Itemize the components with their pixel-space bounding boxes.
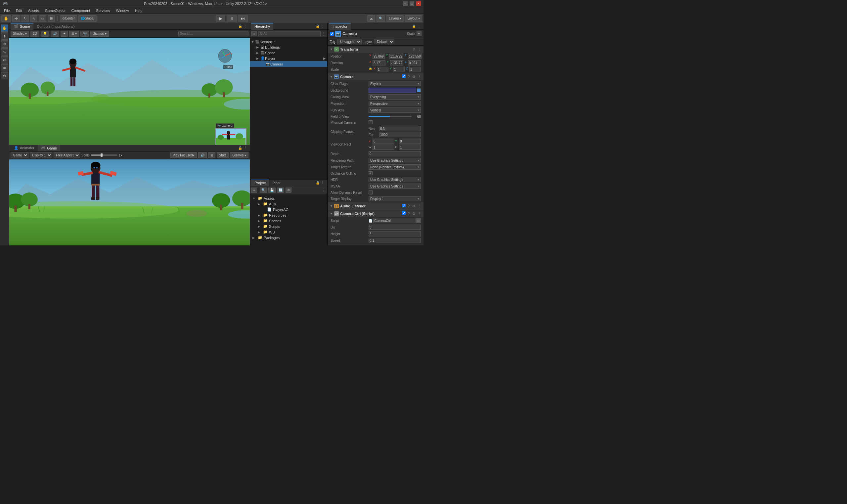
tab-project[interactable]: Project bbox=[251, 180, 269, 186]
tag-select[interactable]: Untagged bbox=[337, 39, 361, 44]
search-button[interactable]: 🔍 bbox=[376, 15, 385, 22]
play-focused-btn[interactable]: Play Focused ▾ bbox=[171, 152, 197, 158]
fov-axis-dropdown[interactable]: Vertical bbox=[369, 107, 421, 113]
camera-settings[interactable]: 📷 bbox=[81, 31, 89, 37]
menu-window[interactable]: Window bbox=[113, 8, 132, 13]
scale-z[interactable]: 1 bbox=[409, 67, 421, 72]
occlusion-checkbox[interactable]: ✓ bbox=[369, 171, 373, 175]
maximize-on-play[interactable]: ⊞ bbox=[208, 152, 215, 158]
game-options-icon[interactable]: ⋮ bbox=[244, 146, 247, 150]
project-packages[interactable]: ▶ 📁 Packages bbox=[251, 235, 326, 240]
step-button[interactable]: ⏭ bbox=[238, 15, 248, 22]
camera-help-btn[interactable]: ? bbox=[406, 74, 411, 79]
tool-rect[interactable]: ▭ bbox=[1, 56, 8, 64]
project-save-btn[interactable]: 💾 bbox=[268, 187, 276, 193]
object-active-checkbox[interactable] bbox=[330, 32, 334, 36]
tab-game[interactable]: 🎮 Game bbox=[38, 145, 60, 151]
toolbar-rect-tool[interactable]: ▭ bbox=[39, 15, 46, 22]
play-button[interactable]: ▶ bbox=[216, 15, 225, 22]
audio-listener-settings-btn[interactable]: ⚙ bbox=[411, 204, 416, 208]
scale-slider[interactable] bbox=[91, 155, 118, 156]
projection-dropdown[interactable]: Perspective bbox=[369, 101, 421, 106]
audio-listener-enabled[interactable] bbox=[402, 204, 406, 208]
camera-header[interactable]: ▼ 📷 Camera ? ⚙ ⋮ bbox=[328, 73, 423, 80]
toolbar-scale-tool[interactable]: ⤡ bbox=[30, 15, 37, 22]
height-value[interactable]: 3 bbox=[369, 231, 421, 236]
options-icon[interactable]: ⋮ bbox=[244, 24, 247, 29]
vp-x[interactable]: 0 bbox=[373, 139, 394, 144]
project-add-btn[interactable]: + bbox=[251, 187, 257, 193]
project-close-btn[interactable]: ✕ bbox=[285, 187, 292, 193]
tool-custom1[interactable]: ⊕ bbox=[1, 64, 8, 71]
hierarchy-item-buildings[interactable]: ▶ 🏛 Buildings bbox=[250, 44, 327, 50]
layer-select[interactable]: Default bbox=[374, 39, 394, 44]
stats-btn[interactable]: Stats bbox=[217, 152, 229, 158]
toolbar-rotate-tool[interactable]: ↻ bbox=[21, 15, 29, 22]
tab-scene[interactable]: 🎬 Scene bbox=[11, 23, 33, 30]
scale-x[interactable]: 1 bbox=[377, 67, 388, 72]
close-button[interactable]: ✕ bbox=[416, 1, 421, 6]
camera-ctrl-menu-btn[interactable]: ⋮ bbox=[417, 211, 422, 216]
aspect-select[interactable]: Free Aspect bbox=[54, 152, 80, 158]
inspector-options-icon[interactable]: ⋮ bbox=[417, 24, 422, 29]
scene-search[interactable] bbox=[178, 31, 248, 36]
audio-listener-header[interactable]: ▼ 🎧 Audio Listener ? ⚙ ⋮ bbox=[328, 202, 423, 210]
fov-slider-track[interactable] bbox=[369, 116, 411, 117]
tool-scale[interactable]: ⤡ bbox=[1, 48, 8, 56]
display-select[interactable]: Display 1 bbox=[30, 152, 52, 158]
camera-enabled[interactable] bbox=[402, 74, 406, 78]
dis-value[interactable]: 3 bbox=[369, 224, 421, 230]
audio-toggle[interactable]: 🔊 bbox=[51, 31, 59, 37]
transform-header[interactable]: ▼ ⤡ Transform ? ⋮ bbox=[328, 46, 423, 53]
hierarchy-item-camera[interactable]: 📷 Camera bbox=[250, 61, 327, 67]
target-texture-dropdown[interactable]: None (Render Texture) bbox=[369, 164, 421, 170]
script-picker-btn[interactable]: ⊙ bbox=[416, 218, 421, 223]
camera-ctrl-help-btn[interactable]: ? bbox=[406, 211, 411, 216]
physical-camera-checkbox[interactable] bbox=[369, 120, 373, 124]
vp-h[interactable]: 1 bbox=[399, 145, 421, 150]
maximize-button[interactable]: □ bbox=[410, 1, 414, 6]
tab-plast[interactable]: Plast bbox=[269, 180, 284, 186]
project-scripts[interactable]: ▶ 📁 Scripts bbox=[251, 223, 326, 229]
shaded-button[interactable]: Shaded ▾ bbox=[11, 31, 29, 37]
menu-component[interactable]: Component bbox=[69, 8, 93, 13]
hierarchy-scene-root[interactable]: ▼ 🎬 Scene01* bbox=[250, 39, 327, 44]
project-playerac[interactable]: ▶ 📄 PlayerAC bbox=[251, 207, 326, 212]
light-toggle[interactable]: 💡 bbox=[41, 31, 49, 37]
transform-help-btn[interactable]: ? bbox=[411, 47, 416, 52]
scale-y[interactable]: 1 bbox=[393, 67, 405, 72]
target-display-dropdown[interactable]: Display 1 bbox=[369, 196, 421, 201]
pause-button[interactable]: ⏸ bbox=[227, 15, 236, 22]
project-scenes[interactable]: ▶ 📁 Scenes bbox=[251, 218, 326, 223]
layout-button[interactable]: Layout ▾ bbox=[405, 15, 422, 22]
mute-btn[interactable]: 🔊 bbox=[198, 152, 207, 158]
rotation-y[interactable]: -136.72 bbox=[390, 60, 403, 66]
scene-view-options[interactable]: ⊞ ▾ bbox=[69, 31, 79, 37]
vp-w[interactable]: 1 bbox=[373, 145, 394, 150]
hierarchy-options-icon[interactable]: ⋮ bbox=[321, 24, 326, 29]
camera-menu-btn[interactable]: ⋮ bbox=[417, 74, 422, 79]
project-search-btn[interactable]: 🔍 bbox=[260, 187, 267, 193]
audio-listener-menu-btn[interactable]: ⋮ bbox=[417, 204, 422, 208]
camera-ctrl-enabled[interactable] bbox=[402, 211, 406, 215]
rotation-x[interactable]: 8.171 bbox=[373, 60, 386, 66]
gizmos-game-btn[interactable]: Gizmos ▾ bbox=[230, 152, 248, 158]
depth-value[interactable]: 0 bbox=[369, 151, 421, 157]
project-options-icon[interactable]: ⋮ bbox=[321, 181, 326, 185]
static-dropdown[interactable]: ▾ bbox=[417, 32, 422, 36]
toolbar-transform-tool[interactable]: ⊞ bbox=[48, 15, 55, 22]
tool-hand[interactable]: ✋ bbox=[1, 24, 8, 32]
position-y[interactable]: 11.3792 bbox=[389, 54, 403, 59]
tab-inspector[interactable]: Inspector bbox=[329, 23, 351, 30]
background-color-picker[interactable] bbox=[417, 88, 421, 92]
position-x[interactable]: 95.069 bbox=[373, 54, 385, 59]
rendering-path-dropdown[interactable]: Use Graphics Settings bbox=[369, 158, 421, 163]
project-resources[interactable]: ▶ 📁 Resources bbox=[251, 212, 326, 218]
gizmos-button[interactable]: Gizmos ▾ bbox=[90, 31, 109, 37]
hdr-dropdown[interactable]: Use Graphics Settings bbox=[369, 177, 421, 182]
far-value[interactable]: 1000 bbox=[379, 132, 421, 137]
dynamic-res-checkbox[interactable] bbox=[369, 191, 373, 195]
script-value[interactable]: CameraCtrl bbox=[373, 218, 416, 223]
toolbar-hand-tool[interactable]: ✋ bbox=[1, 15, 11, 22]
tab-hierarchy[interactable]: Hierarchy bbox=[251, 23, 273, 30]
